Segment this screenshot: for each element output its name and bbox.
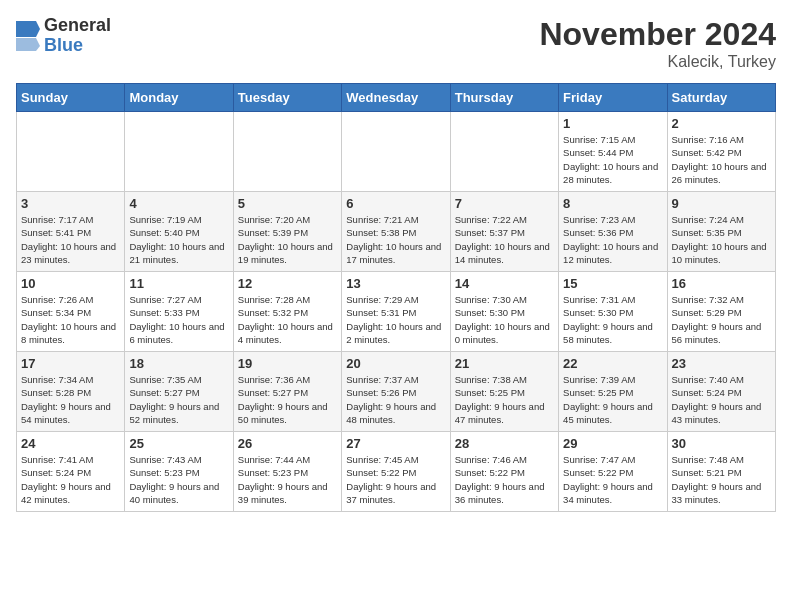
day-number: 17 (21, 356, 120, 371)
calendar-table: SundayMondayTuesdayWednesdayThursdayFrid… (16, 83, 776, 512)
calendar-cell (233, 112, 341, 192)
day-info: Sunrise: 7:32 AM Sunset: 5:29 PM Dayligh… (672, 293, 771, 346)
day-info: Sunrise: 7:23 AM Sunset: 5:36 PM Dayligh… (563, 213, 662, 266)
weekday-header-wednesday: Wednesday (342, 84, 450, 112)
calendar-cell: 18Sunrise: 7:35 AM Sunset: 5:27 PM Dayli… (125, 352, 233, 432)
calendar-cell: 19Sunrise: 7:36 AM Sunset: 5:27 PM Dayli… (233, 352, 341, 432)
weekday-header-thursday: Thursday (450, 84, 558, 112)
logo-general-text: General (44, 16, 111, 36)
calendar-cell: 2Sunrise: 7:16 AM Sunset: 5:42 PM Daylig… (667, 112, 775, 192)
calendar-cell: 23Sunrise: 7:40 AM Sunset: 5:24 PM Dayli… (667, 352, 775, 432)
day-info: Sunrise: 7:20 AM Sunset: 5:39 PM Dayligh… (238, 213, 337, 266)
calendar-cell: 7Sunrise: 7:22 AM Sunset: 5:37 PM Daylig… (450, 192, 558, 272)
day-info: Sunrise: 7:38 AM Sunset: 5:25 PM Dayligh… (455, 373, 554, 426)
calendar-cell: 12Sunrise: 7:28 AM Sunset: 5:32 PM Dayli… (233, 272, 341, 352)
logo-text: General Blue (44, 16, 111, 56)
calendar-cell: 24Sunrise: 7:41 AM Sunset: 5:24 PM Dayli… (17, 432, 125, 512)
week-row-4: 17Sunrise: 7:34 AM Sunset: 5:28 PM Dayli… (17, 352, 776, 432)
calendar-cell: 25Sunrise: 7:43 AM Sunset: 5:23 PM Dayli… (125, 432, 233, 512)
calendar-cell: 15Sunrise: 7:31 AM Sunset: 5:30 PM Dayli… (559, 272, 667, 352)
day-info: Sunrise: 7:41 AM Sunset: 5:24 PM Dayligh… (21, 453, 120, 506)
day-info: Sunrise: 7:44 AM Sunset: 5:23 PM Dayligh… (238, 453, 337, 506)
day-info: Sunrise: 7:19 AM Sunset: 5:40 PM Dayligh… (129, 213, 228, 266)
calendar-cell: 9Sunrise: 7:24 AM Sunset: 5:35 PM Daylig… (667, 192, 775, 272)
calendar-cell: 28Sunrise: 7:46 AM Sunset: 5:22 PM Dayli… (450, 432, 558, 512)
day-info: Sunrise: 7:17 AM Sunset: 5:41 PM Dayligh… (21, 213, 120, 266)
day-number: 19 (238, 356, 337, 371)
calendar-cell: 17Sunrise: 7:34 AM Sunset: 5:28 PM Dayli… (17, 352, 125, 432)
day-info: Sunrise: 7:28 AM Sunset: 5:32 PM Dayligh… (238, 293, 337, 346)
day-number: 23 (672, 356, 771, 371)
calendar-cell: 16Sunrise: 7:32 AM Sunset: 5:29 PM Dayli… (667, 272, 775, 352)
day-info: Sunrise: 7:29 AM Sunset: 5:31 PM Dayligh… (346, 293, 445, 346)
day-info: Sunrise: 7:27 AM Sunset: 5:33 PM Dayligh… (129, 293, 228, 346)
weekday-header-row: SundayMondayTuesdayWednesdayThursdayFrid… (17, 84, 776, 112)
calendar-cell: 11Sunrise: 7:27 AM Sunset: 5:33 PM Dayli… (125, 272, 233, 352)
day-number: 18 (129, 356, 228, 371)
calendar-cell: 13Sunrise: 7:29 AM Sunset: 5:31 PM Dayli… (342, 272, 450, 352)
day-info: Sunrise: 7:22 AM Sunset: 5:37 PM Dayligh… (455, 213, 554, 266)
day-info: Sunrise: 7:31 AM Sunset: 5:30 PM Dayligh… (563, 293, 662, 346)
calendar-cell: 3Sunrise: 7:17 AM Sunset: 5:41 PM Daylig… (17, 192, 125, 272)
calendar-cell (17, 112, 125, 192)
day-info: Sunrise: 7:21 AM Sunset: 5:38 PM Dayligh… (346, 213, 445, 266)
day-number: 22 (563, 356, 662, 371)
logo: General Blue (16, 16, 111, 56)
day-info: Sunrise: 7:24 AM Sunset: 5:35 PM Dayligh… (672, 213, 771, 266)
day-number: 26 (238, 436, 337, 451)
logo-blue-text: Blue (44, 36, 111, 56)
weekday-header-sunday: Sunday (17, 84, 125, 112)
svg-marker-1 (16, 38, 40, 51)
day-info: Sunrise: 7:43 AM Sunset: 5:23 PM Dayligh… (129, 453, 228, 506)
calendar-cell: 4Sunrise: 7:19 AM Sunset: 5:40 PM Daylig… (125, 192, 233, 272)
day-number: 12 (238, 276, 337, 291)
logo-icon (16, 21, 40, 51)
day-number: 21 (455, 356, 554, 371)
weekday-header-monday: Monday (125, 84, 233, 112)
day-number: 7 (455, 196, 554, 211)
day-number: 29 (563, 436, 662, 451)
day-number: 1 (563, 116, 662, 131)
day-number: 11 (129, 276, 228, 291)
day-number: 5 (238, 196, 337, 211)
calendar-cell: 5Sunrise: 7:20 AM Sunset: 5:39 PM Daylig… (233, 192, 341, 272)
day-info: Sunrise: 7:15 AM Sunset: 5:44 PM Dayligh… (563, 133, 662, 186)
calendar-cell: 22Sunrise: 7:39 AM Sunset: 5:25 PM Dayli… (559, 352, 667, 432)
day-info: Sunrise: 7:48 AM Sunset: 5:21 PM Dayligh… (672, 453, 771, 506)
day-number: 10 (21, 276, 120, 291)
day-number: 24 (21, 436, 120, 451)
day-info: Sunrise: 7:40 AM Sunset: 5:24 PM Dayligh… (672, 373, 771, 426)
day-number: 8 (563, 196, 662, 211)
week-row-1: 1Sunrise: 7:15 AM Sunset: 5:44 PM Daylig… (17, 112, 776, 192)
calendar-cell (450, 112, 558, 192)
day-number: 16 (672, 276, 771, 291)
day-number: 6 (346, 196, 445, 211)
calendar-cell: 21Sunrise: 7:38 AM Sunset: 5:25 PM Dayli… (450, 352, 558, 432)
month-title: November 2024 (539, 16, 776, 53)
day-number: 2 (672, 116, 771, 131)
calendar-cell (342, 112, 450, 192)
location-title: Kalecik, Turkey (539, 53, 776, 71)
calendar-cell: 26Sunrise: 7:44 AM Sunset: 5:23 PM Dayli… (233, 432, 341, 512)
page-header: General Blue November 2024 Kalecik, Turk… (16, 16, 776, 71)
calendar-cell: 10Sunrise: 7:26 AM Sunset: 5:34 PM Dayli… (17, 272, 125, 352)
weekday-header-friday: Friday (559, 84, 667, 112)
weekday-header-saturday: Saturday (667, 84, 775, 112)
calendar-cell: 1Sunrise: 7:15 AM Sunset: 5:44 PM Daylig… (559, 112, 667, 192)
day-info: Sunrise: 7:26 AM Sunset: 5:34 PM Dayligh… (21, 293, 120, 346)
svg-marker-0 (16, 21, 40, 37)
day-info: Sunrise: 7:45 AM Sunset: 5:22 PM Dayligh… (346, 453, 445, 506)
week-row-3: 10Sunrise: 7:26 AM Sunset: 5:34 PM Dayli… (17, 272, 776, 352)
day-info: Sunrise: 7:46 AM Sunset: 5:22 PM Dayligh… (455, 453, 554, 506)
day-info: Sunrise: 7:37 AM Sunset: 5:26 PM Dayligh… (346, 373, 445, 426)
day-number: 3 (21, 196, 120, 211)
week-row-5: 24Sunrise: 7:41 AM Sunset: 5:24 PM Dayli… (17, 432, 776, 512)
day-number: 14 (455, 276, 554, 291)
day-info: Sunrise: 7:47 AM Sunset: 5:22 PM Dayligh… (563, 453, 662, 506)
day-number: 4 (129, 196, 228, 211)
day-number: 20 (346, 356, 445, 371)
calendar-cell: 20Sunrise: 7:37 AM Sunset: 5:26 PM Dayli… (342, 352, 450, 432)
day-number: 25 (129, 436, 228, 451)
day-number: 30 (672, 436, 771, 451)
calendar-cell: 6Sunrise: 7:21 AM Sunset: 5:38 PM Daylig… (342, 192, 450, 272)
